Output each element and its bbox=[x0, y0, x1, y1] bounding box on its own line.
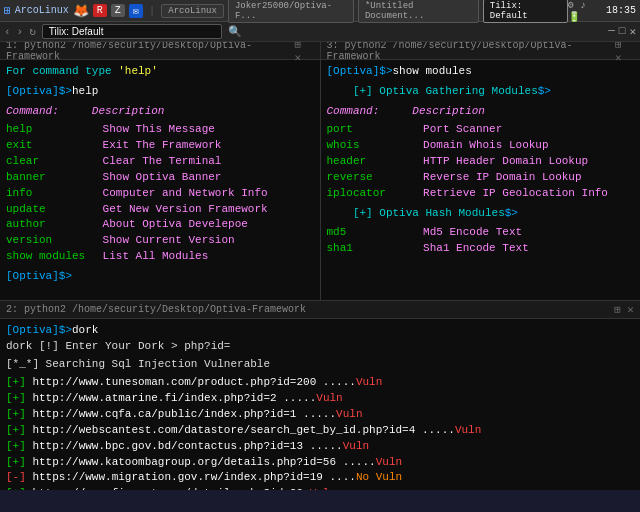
pane1-split-controls[interactable]: ⊞ ✕ bbox=[294, 42, 313, 64]
vuln-row-3: [+] http://www.cqfa.ca/public/index.php?… bbox=[6, 407, 634, 423]
vuln-row-5: [+] http://www.bpc.gov.bd/contactus.php?… bbox=[6, 439, 634, 455]
dork-enter-prompt: dork [!] Enter Your Dork > php?id= bbox=[6, 339, 634, 355]
os-topbar: ⊞ ArcoLinux 🦊 R Z ✉ | ArcoLinux Joker250… bbox=[0, 0, 640, 22]
tilix-refresh[interactable]: ↻ bbox=[29, 25, 36, 38]
app-icon-1[interactable]: R bbox=[93, 4, 107, 17]
terminal-panes: 1: python2 /home/security/Desktop/Optiva… bbox=[0, 42, 640, 490]
pane2-cmd-header: Command: Description bbox=[327, 104, 635, 120]
close-button[interactable]: ✕ bbox=[629, 25, 636, 38]
cmd-row-banner: banner Show Optiva Banner bbox=[6, 170, 314, 186]
cmd-row-update: update Get New Version Framework bbox=[6, 202, 314, 218]
bottom-header-text: 2: python2 /home/security/Desktop/Optiva… bbox=[6, 304, 306, 315]
os-name: ArcoLinux bbox=[15, 5, 69, 16]
tray-icons: ⚙ ♪ 🔋 bbox=[568, 0, 602, 23]
cmd-row-version: version Show Current Version bbox=[6, 233, 314, 249]
minimize-button[interactable]: ─ bbox=[608, 25, 615, 38]
clock: 18:35 bbox=[606, 5, 636, 16]
terminal-pane-2[interactable]: 3: python2 /home/security/Desktop/Optiva… bbox=[321, 42, 641, 300]
taskbar-tab-1[interactable]: ArcoLinux bbox=[161, 4, 224, 18]
taskbar-tab-4[interactable]: Tilix: Default bbox=[483, 0, 568, 23]
pane1-header: 1: python2 /home/security/Desktop/Optiva… bbox=[0, 42, 320, 60]
gathering-section: [+] Optiva Gathering Modules$> bbox=[327, 84, 635, 100]
taskbar-tab-2[interactable]: Joker25000/Optiva-F... bbox=[228, 0, 354, 23]
cmd-row-exit: exit Exit The Framework bbox=[6, 138, 314, 154]
cmd-row-show-modules: show modules List All Modules bbox=[6, 249, 314, 265]
cmd2-row-header: header HTTP Header Domain Lookup bbox=[327, 154, 635, 170]
vuln-row-7: [-] https://www.migration.gov.rw/index.p… bbox=[6, 470, 634, 486]
cmd2-row-iplocator: iplocator Retrieve IP Geolocation Info bbox=[327, 186, 635, 202]
terminal-pane-1[interactable]: 1: python2 /home/security/Desktop/Optiva… bbox=[0, 42, 321, 300]
bottom-pane-content: [Optiva]$>dork dork [!] Enter Your Dork … bbox=[0, 319, 640, 490]
system-tray: ⚙ ♪ 🔋 18:35 bbox=[568, 0, 636, 23]
pane1-cmd-header: Command: Description bbox=[6, 104, 314, 120]
vuln-row-2: [+] http://www.atmarine.fi/index.php?id=… bbox=[6, 391, 634, 407]
hash-section: [+] Optiva Hash Modules$> bbox=[327, 206, 635, 222]
cmd-row-info: info Computer and Network Info bbox=[6, 186, 314, 202]
pane2-content: [Optiva]$>show modules [+] Optiva Gather… bbox=[321, 60, 641, 261]
vuln-row-8: [+] https://www.finvent.com/details.php?… bbox=[6, 486, 634, 490]
searching-text: [*_*] Searching Sql Injection Vulnerable bbox=[6, 357, 634, 373]
app-icon-3[interactable]: ✉ bbox=[129, 4, 143, 18]
cmd-row-help: help Show This Message bbox=[6, 122, 314, 138]
pane2-split-controls[interactable]: ⊞ ✕ bbox=[615, 42, 634, 64]
cmd2-row-md5: md5 Md5 Encode Text bbox=[327, 225, 635, 241]
taskbar-tab-3[interactable]: *Untitled Document... bbox=[358, 0, 479, 23]
bottom-split-controls[interactable]: ⊞ ✕ bbox=[614, 303, 634, 316]
bottom-pane-header: 2: python2 /home/security/Desktop/Optiva… bbox=[0, 301, 640, 319]
cmd-row-clear: clear Clear The Terminal bbox=[6, 154, 314, 170]
tilix-nav-back[interactable]: ‹ bbox=[4, 26, 11, 38]
cmd2-row-port: port Port Scanner bbox=[327, 122, 635, 138]
pane1-header-text: 1: python2 /home/security/Desktop/Optiva… bbox=[6, 42, 294, 62]
pane1-prompt-help: [Optiva]$>help bbox=[6, 84, 314, 100]
tilix-search-icon[interactable]: 🔍 bbox=[228, 25, 242, 38]
pane1-prompt-cursor: [Optiva]$> bbox=[6, 269, 314, 285]
tilix-nav-forward[interactable]: › bbox=[17, 26, 24, 38]
pane2-header: 3: python2 /home/security/Desktop/Optiva… bbox=[321, 42, 641, 60]
tilix-window-controls: ─ □ ✕ bbox=[608, 25, 636, 38]
vuln-row-4: [+] http://webscantest.com/datastore/sea… bbox=[6, 423, 634, 439]
tilix-url-input[interactable] bbox=[42, 24, 222, 39]
vuln-row-1: [+] http://www.tunesoman.com/product.php… bbox=[6, 375, 634, 391]
firefox-icon[interactable]: 🦊 bbox=[73, 3, 89, 19]
os-logo: ⊞ bbox=[4, 4, 11, 17]
pane1-content: For command type 'help' [Optiva]$>help C… bbox=[0, 60, 320, 289]
tilix-titlebar: ‹ › ↻ 🔍 ─ □ ✕ bbox=[0, 22, 640, 42]
cmd2-row-whois: whois Domain Whois Lookup bbox=[327, 138, 635, 154]
vuln-row-6: [+] http://www.katoombagroup.org/details… bbox=[6, 455, 634, 471]
pane1-help-intro: For command type 'help' bbox=[6, 64, 314, 80]
cmd2-row-sha1: sha1 Sha1 Encode Text bbox=[327, 241, 635, 257]
terminal-pane-bottom[interactable]: 2: python2 /home/security/Desktop/Optiva… bbox=[0, 300, 640, 490]
cmd-row-author: author About Optiva Develepoe bbox=[6, 217, 314, 233]
app-icon-2[interactable]: Z bbox=[111, 4, 125, 17]
cmd2-row-reverse: reverse Reverse IP Domain Lookup bbox=[327, 170, 635, 186]
bottom-prompt-dork: [Optiva]$>dork bbox=[6, 323, 634, 339]
os-taskbar: ⊞ ArcoLinux 🦊 R Z ✉ | ArcoLinux Joker250… bbox=[4, 0, 568, 23]
separator: | bbox=[149, 5, 156, 17]
pane2-header-text: 3: python2 /home/security/Desktop/Optiva… bbox=[327, 42, 615, 62]
pane2-prompt-show: [Optiva]$>show modules bbox=[327, 64, 635, 80]
maximize-button[interactable]: □ bbox=[619, 25, 626, 38]
